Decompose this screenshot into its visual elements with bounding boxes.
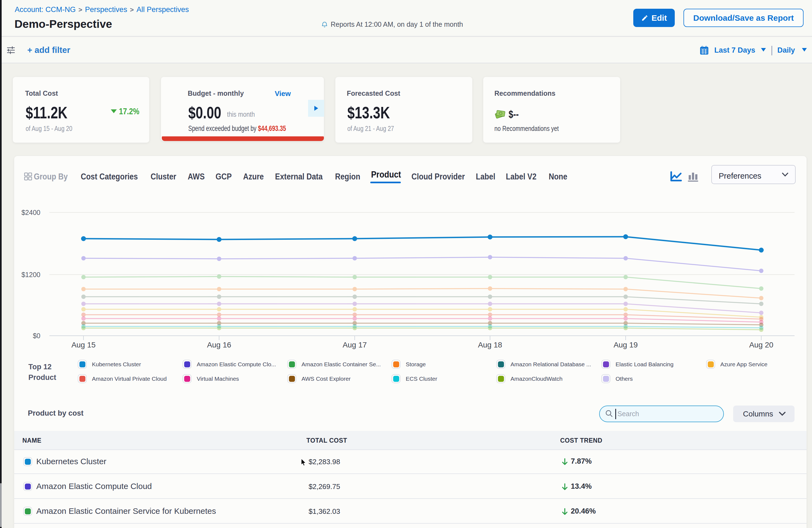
svg-text:Aug 19: Aug 19 — [614, 341, 638, 349]
svg-text:Aug 15: Aug 15 — [72, 341, 96, 349]
svg-text:Aug 16: Aug 16 — [207, 341, 231, 349]
svg-text:$2400: $2400 — [21, 209, 40, 216]
svg-text:$1200: $1200 — [21, 271, 40, 278]
svg-text:$0: $0 — [33, 332, 40, 339]
svg-text:Aug 20: Aug 20 — [749, 341, 773, 349]
svg-text:Aug 17: Aug 17 — [343, 341, 367, 349]
svg-text:Aug 18: Aug 18 — [478, 341, 502, 349]
